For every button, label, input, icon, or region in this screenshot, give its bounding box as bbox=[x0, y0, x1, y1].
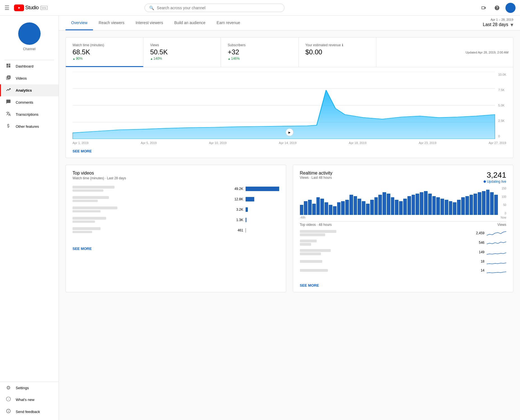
chart-area: 10.0K 7.5K 5.0K 2.5K 0 bbox=[73, 72, 506, 139]
videos-icon bbox=[6, 75, 11, 82]
video-bar-section: 461 bbox=[232, 228, 279, 233]
video-bar bbox=[246, 197, 254, 201]
sidebar-item-label: Comments bbox=[16, 100, 33, 105]
see-more-link[interactable]: SEE MORE bbox=[66, 145, 99, 158]
tv-thumb bbox=[300, 230, 336, 233]
nav-icons bbox=[479, 3, 516, 13]
sidebar-item-dashboard[interactable]: Dashboard bbox=[0, 60, 59, 72]
bar bbox=[383, 192, 386, 215]
bar bbox=[312, 204, 316, 215]
video-thumb bbox=[73, 186, 115, 189]
x-label: Apr 23, 2019 bbox=[419, 141, 436, 145]
stat-value: 68.5K bbox=[73, 48, 136, 56]
date-range-section[interactable]: Apr 1 – 28, 2019 Last 28 days ▾ bbox=[483, 16, 513, 30]
search-bar[interactable]: 🔍 bbox=[144, 4, 285, 12]
bar bbox=[316, 197, 320, 215]
search-input[interactable] bbox=[157, 6, 280, 10]
tab-overview[interactable]: Overview bbox=[66, 16, 93, 30]
video-row: 461 bbox=[73, 227, 279, 233]
realtime-title: Realtime activity bbox=[300, 171, 332, 176]
video-bar bbox=[246, 218, 247, 222]
tv-count: 2,459 bbox=[474, 231, 484, 235]
bar bbox=[345, 200, 349, 215]
svg-text:i: i bbox=[8, 398, 9, 400]
bar bbox=[486, 190, 490, 215]
bar bbox=[424, 191, 428, 215]
avatar[interactable] bbox=[505, 3, 516, 13]
bar bbox=[440, 199, 444, 215]
hamburger-menu[interactable]: ☰ bbox=[4, 4, 10, 11]
main-content: Overview Reach viewers Interest viewers … bbox=[59, 16, 520, 420]
bar bbox=[374, 197, 378, 215]
comments-icon bbox=[6, 99, 11, 106]
tv-row: 2,459 bbox=[300, 230, 507, 236]
chevron-down-icon: ▾ bbox=[510, 21, 513, 28]
bar bbox=[453, 202, 456, 215]
bar bbox=[457, 200, 461, 215]
sidebar-item-videos[interactable]: Videos bbox=[0, 72, 59, 84]
sidebar: Channel Dashboard Videos Analytics Comme… bbox=[0, 16, 59, 420]
bar bbox=[354, 196, 357, 215]
x-label: Apr 1, 2019 bbox=[73, 141, 88, 145]
sidebar-item-label: Videos bbox=[16, 76, 27, 80]
stats-row: Watch time (minutes) 68.5K ▲ 90% Views 5… bbox=[66, 38, 513, 67]
sidebar-item-transcriptions[interactable]: Transcriptions bbox=[0, 108, 59, 120]
date-range-value[interactable]: Last 28 days ▾ bbox=[483, 21, 513, 28]
create-button[interactable] bbox=[479, 3, 489, 13]
bar bbox=[432, 196, 436, 215]
bar bbox=[436, 197, 440, 215]
analytics-tabs-row: Overview Reach viewers Interest viewers … bbox=[66, 16, 513, 30]
video-count: 1.3K bbox=[232, 218, 243, 222]
tab-earn-revenue[interactable]: Earn revenue bbox=[211, 16, 246, 30]
bar bbox=[412, 195, 415, 215]
y-label: 10.0K bbox=[498, 73, 506, 76]
live-dot bbox=[484, 180, 486, 183]
date-range-label: Apr 1 – 28, 2019 bbox=[491, 18, 513, 21]
tab-interest-viewers[interactable]: Interest viewers bbox=[130, 16, 169, 30]
stat-watch-time[interactable]: Watch time (minutes) 68.5K ▲ 90% bbox=[66, 38, 143, 67]
stat-revenue[interactable]: Your estimated revenue ℹ $0.00 bbox=[299, 38, 376, 67]
bar bbox=[482, 191, 486, 215]
video-thumb bbox=[73, 189, 103, 192]
youtube-icon bbox=[14, 4, 24, 11]
x-label: Apr 27, 2019 bbox=[489, 141, 506, 145]
video-bar-wrap bbox=[246, 228, 279, 233]
top-videos-see-more[interactable]: SEE MORE bbox=[66, 242, 99, 255]
tv-thumb bbox=[300, 252, 321, 255]
sidebar-item-label: Settings bbox=[16, 386, 29, 390]
video-row: 3.2K bbox=[73, 206, 279, 212]
sidebar-item-comments[interactable]: Comments bbox=[0, 96, 59, 108]
tab-reach-viewers[interactable]: Reach viewers bbox=[93, 16, 130, 30]
realtime-card: Realtime activity Views · Last 48 hours … bbox=[293, 165, 514, 292]
play-button[interactable]: ▶ bbox=[286, 128, 293, 136]
top-navigation: ☰ Studio beta 🔍 bbox=[0, 0, 520, 16]
sidebar-item-send-feedback[interactable]: Send feedback bbox=[0, 406, 59, 418]
studio-label: Studio bbox=[25, 5, 39, 11]
help-button[interactable] bbox=[492, 3, 502, 13]
sidebar-item-analytics[interactable]: Analytics bbox=[0, 84, 59, 96]
stat-views[interactable]: Views 50.5K ▲ 140% bbox=[143, 38, 221, 67]
realtime-bar-chart bbox=[300, 187, 507, 215]
tv-count: 18 bbox=[474, 259, 484, 263]
bar bbox=[370, 200, 374, 215]
updated-label: Updated Apr 28, 2019, 2:00 AM bbox=[376, 38, 513, 67]
transcriptions-icon bbox=[6, 111, 11, 118]
sidebar-item-whats-new[interactable]: i What's new bbox=[0, 394, 59, 406]
sidebar-item-label: Analytics bbox=[16, 88, 32, 92]
bar bbox=[461, 197, 465, 215]
bar bbox=[407, 196, 411, 215]
channel-avatar-section: Channel bbox=[0, 16, 59, 60]
channel-label: Channel bbox=[23, 47, 36, 51]
video-thumb bbox=[73, 210, 101, 212]
sidebar-item-other-features[interactable]: Other features bbox=[0, 120, 59, 133]
tv-thumb bbox=[300, 269, 328, 272]
sidebar-item-label: Send feedback bbox=[16, 410, 40, 414]
video-bar bbox=[246, 207, 248, 212]
bar bbox=[399, 201, 403, 215]
stat-subscribers[interactable]: Subscribers +32 ▲ 146% bbox=[221, 38, 299, 67]
sidebar-item-settings[interactable]: ⚙ Settings bbox=[0, 382, 59, 394]
realtime-see-more[interactable]: SEE MORE bbox=[293, 279, 326, 292]
sidebar-bottom: ⚙ Settings i What's new Send feedback bbox=[0, 382, 59, 420]
y-label: 0 bbox=[498, 134, 506, 138]
tab-build-audience[interactable]: Build an audience bbox=[169, 16, 211, 30]
